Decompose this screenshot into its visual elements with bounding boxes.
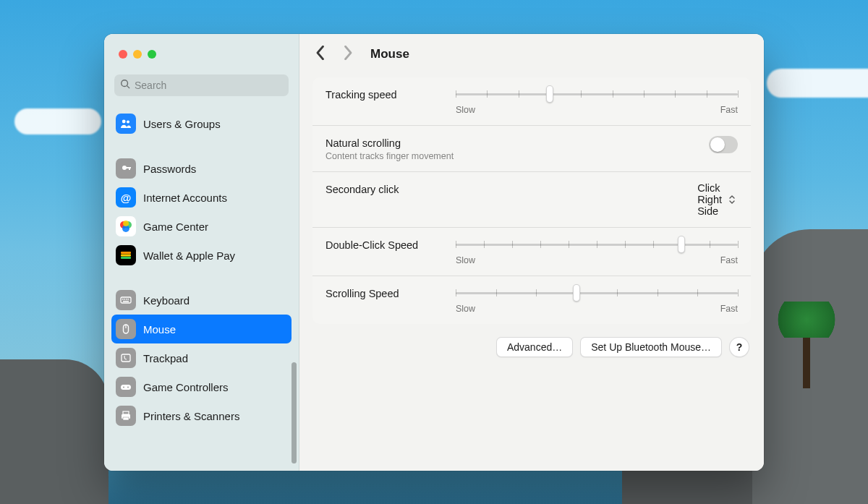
sidebar-list: Users & Groups Passwords @ Internet Acco… [104, 103, 299, 471]
background-palm [803, 316, 810, 388]
svg-point-3 [127, 121, 129, 124]
natural-scrolling-sublabel: Content tracks finger movement [326, 151, 694, 161]
gamecenter-icon [116, 216, 136, 236]
chevron-up-down-icon [726, 192, 738, 207]
tracking-speed-label: Tracking speed [326, 87, 441, 101]
svg-rect-11 [121, 252, 131, 254]
svg-rect-14 [121, 297, 131, 303]
close-window-button[interactable] [119, 50, 127, 59]
sidebar-item-label: Keyboard [143, 294, 190, 307]
nav-back-button[interactable] [314, 46, 328, 63]
svg-rect-23 [121, 385, 131, 390]
tracking-speed-slider[interactable] [456, 87, 738, 101]
sidebar-item-internet-accounts[interactable]: @ Internet Accounts [111, 183, 292, 212]
advanced-button[interactable]: Advanced… [496, 337, 573, 357]
double-click-speed-label: Double-Click Speed [326, 238, 441, 251]
controller-icon [116, 377, 136, 397]
slider-min-label: Slow [456, 255, 475, 265]
slider-max-label: Fast [720, 255, 738, 265]
sidebar-item-keyboard[interactable]: Keyboard [111, 286, 292, 315]
secondary-click-select[interactable]: Click Right Side [697, 182, 738, 217]
sidebar-item-label: Users & Groups [143, 118, 221, 130]
sidebar-item-label: Mouse [143, 323, 176, 336]
keyboard-icon [116, 290, 136, 310]
svg-rect-22 [122, 354, 130, 362]
secondary-click-row: Secondary click Click Right Side [312, 172, 751, 228]
svg-rect-16 [124, 299, 126, 300]
help-button[interactable]: ? [729, 337, 749, 357]
users-icon [116, 114, 136, 134]
background-cloud [14, 108, 101, 134]
svg-rect-27 [123, 411, 129, 414]
sidebar-scrollbar[interactable] [292, 362, 297, 464]
natural-scrolling-row: Natural scrolling Content tracks finger … [312, 126, 751, 172]
sidebar-item-label: Wallet & Apple Pay [143, 249, 235, 262]
sidebar: Users & Groups Passwords @ Internet Acco… [104, 34, 299, 471]
printer-icon [116, 406, 136, 426]
slider-min-label: Slow [456, 304, 475, 314]
zoom-window-button[interactable] [148, 50, 156, 59]
main-header: Mouse [299, 34, 764, 74]
background-rock [752, 229, 868, 504]
natural-scrolling-label: Natural scrolling [326, 137, 401, 149]
at-icon: @ [116, 187, 136, 208]
svg-rect-17 [126, 299, 127, 300]
main-pane: Mouse Tracking speed Slow Fast [299, 34, 764, 471]
nav-forward-button[interactable] [340, 46, 354, 63]
mouse-icon [116, 319, 136, 339]
svg-rect-15 [122, 299, 124, 300]
key-icon [116, 158, 136, 179]
slider-max-label: Fast [720, 105, 738, 115]
search-field[interactable] [114, 74, 289, 96]
svg-rect-28 [123, 417, 129, 420]
sidebar-item-game-center[interactable]: Game Center [111, 212, 292, 241]
double-click-speed-row: Double-Click Speed Slow Fast [312, 228, 751, 276]
background-rock [0, 359, 109, 504]
slider-max-label: Fast [720, 304, 738, 314]
footer-buttons: Advanced… Set Up Bluetooth Mouse… ? [299, 324, 764, 357]
sidebar-item-label: Game Controllers [143, 381, 229, 393]
sidebar-item-wallet[interactable]: Wallet & Apple Pay [111, 241, 292, 270]
sidebar-item-users-groups[interactable]: Users & Groups [111, 109, 292, 138]
svg-line-1 [127, 86, 130, 89]
search-input[interactable] [135, 80, 283, 91]
minimize-window-button[interactable] [133, 50, 142, 59]
system-settings-window: Users & Groups Passwords @ Internet Acco… [104, 34, 764, 471]
scrolling-speed-row: Scrolling Speed Slow Fast [312, 276, 751, 324]
secondary-click-value: Click Right Side [697, 182, 722, 217]
scrolling-speed-slider[interactable] [456, 286, 738, 299]
svg-rect-6 [129, 167, 130, 170]
sidebar-item-printers[interactable]: Printers & Scanners [111, 401, 292, 430]
secondary-click-label: Secondary click [326, 182, 683, 195]
svg-point-25 [127, 387, 129, 388]
sidebar-item-trackpad[interactable]: Trackpad [111, 343, 292, 372]
svg-rect-19 [123, 301, 129, 302]
scrolling-speed-label: Scrolling Speed [326, 286, 441, 299]
svg-point-0 [122, 80, 128, 87]
svg-rect-12 [121, 255, 131, 257]
wallet-icon [116, 245, 136, 265]
sidebar-item-passwords[interactable]: Passwords [111, 154, 292, 183]
window-controls [104, 34, 299, 74]
svg-rect-18 [128, 299, 129, 300]
svg-point-10 [123, 221, 129, 226]
sidebar-item-label: Printers & Scanners [143, 410, 239, 422]
svg-point-2 [122, 120, 126, 124]
slider-min-label: Slow [456, 105, 475, 115]
sidebar-item-label: Trackpad [143, 352, 188, 364]
sidebar-item-label: Internet Accounts [143, 192, 227, 204]
tracking-speed-row: Tracking speed Slow Fast [312, 77, 751, 126]
sidebar-item-label: Passwords [143, 163, 196, 175]
search-icon [120, 79, 130, 92]
sidebar-item-label: Game Center [143, 221, 208, 233]
sidebar-item-game-controllers[interactable]: Game Controllers [111, 372, 292, 401]
settings-card: Tracking speed Slow Fast Natural scrolli… [312, 77, 751, 324]
sidebar-item-mouse[interactable]: Mouse [111, 315, 292, 343]
double-click-speed-slider[interactable] [456, 238, 738, 251]
setup-bluetooth-mouse-button[interactable]: Set Up Bluetooth Mouse… [580, 337, 722, 357]
natural-scrolling-toggle[interactable] [709, 136, 738, 153]
svg-rect-13 [121, 257, 131, 259]
trackpad-icon [116, 348, 136, 368]
page-title: Mouse [370, 47, 409, 61]
background-cloud [767, 69, 868, 98]
